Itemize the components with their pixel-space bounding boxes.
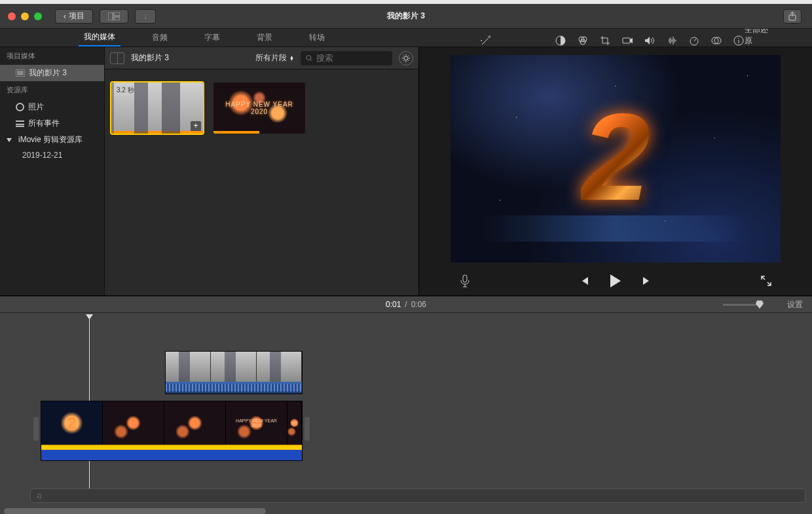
volume-icon[interactable] bbox=[644, 35, 655, 46]
next-frame-button[interactable] bbox=[639, 273, 655, 289]
music-note-icon: ♫ bbox=[36, 491, 42, 500]
horizontal-scrollbar[interactable] bbox=[4, 508, 266, 514]
noise-reduction-icon[interactable] bbox=[666, 35, 678, 46]
window-close-button[interactable] bbox=[8, 12, 16, 20]
info-icon[interactable] bbox=[733, 35, 745, 46]
clip-thumbnail[interactable]: HAPPY NEW YEAR 2020 bbox=[213, 83, 305, 134]
zoom-slider[interactable] bbox=[723, 304, 760, 306]
search-input[interactable] bbox=[316, 53, 387, 63]
add-clip-button[interactable]: + bbox=[191, 121, 201, 132]
updown-arrows-icon: ▲▼ bbox=[289, 56, 294, 61]
background-audio-lane[interactable]: ♫ bbox=[30, 488, 805, 503]
tab-transitions[interactable]: 转场 bbox=[304, 29, 330, 46]
layout-toggle-button[interactable] bbox=[100, 9, 128, 24]
clip-used-bar bbox=[111, 131, 203, 134]
event-date-label: 2019-12-21 bbox=[22, 151, 62, 160]
zoom-track[interactable] bbox=[723, 304, 760, 306]
clip-audio-bar[interactable] bbox=[41, 445, 302, 450]
preview-viewer[interactable]: 2 bbox=[451, 55, 781, 263]
prev-frame-button[interactable] bbox=[576, 273, 592, 289]
speed-icon[interactable] bbox=[688, 35, 700, 46]
sidebar-project-item[interactable]: 我的影片 3 bbox=[0, 65, 104, 81]
microphone-icon bbox=[460, 274, 470, 287]
share-button[interactable] bbox=[783, 9, 802, 24]
sidebar-label: 照片 bbox=[28, 101, 44, 113]
play-icon bbox=[610, 274, 621, 287]
clip-caption: HAPPY NEW YEAR 2020 bbox=[213, 83, 305, 134]
gear-icon bbox=[402, 54, 410, 62]
preview-flare bbox=[483, 215, 747, 242]
preview-controls bbox=[419, 266, 812, 295]
sidebar-item-photos[interactable]: 照片 bbox=[0, 99, 104, 115]
crop-icon[interactable] bbox=[599, 35, 611, 46]
window-minimize-button[interactable] bbox=[21, 12, 29, 20]
time-separator: / bbox=[405, 300, 407, 309]
clip-trim-handle-right[interactable] bbox=[304, 417, 310, 441]
sidebar-label: 所有事件 bbox=[28, 118, 60, 129]
play-button[interactable] bbox=[608, 273, 623, 289]
voiceover-button[interactable] bbox=[457, 273, 473, 289]
disclosure-triangle-icon[interactable] bbox=[7, 138, 12, 142]
clip-filmstrip bbox=[166, 352, 302, 382]
clip-audio-waveform[interactable] bbox=[41, 450, 302, 460]
fullscreen-button[interactable] bbox=[758, 273, 774, 289]
clip-filter-icon[interactable] bbox=[710, 35, 722, 46]
view-mode-toggle[interactable] bbox=[110, 52, 124, 64]
timeline-settings-button[interactable]: 设置 bbox=[787, 299, 803, 310]
frame-thumb: 2 bbox=[41, 401, 103, 445]
media-title: 我的影片 3 bbox=[131, 52, 169, 64]
current-time: 0:01 bbox=[386, 300, 401, 309]
skip-back-icon bbox=[579, 276, 589, 286]
timeline-overlay-clip[interactable] bbox=[165, 351, 303, 394]
expand-icon bbox=[760, 275, 772, 287]
download-arrow-icon: ↓ bbox=[143, 12, 147, 21]
media-toolbar: 我的影片 3 所有片段 ▲▼ bbox=[105, 47, 418, 69]
sidebar-library-root[interactable]: iMovie 剪辑资源库 bbox=[0, 132, 104, 148]
zoom-knob[interactable] bbox=[756, 301, 764, 309]
tab-titles[interactable]: 字幕 bbox=[199, 29, 225, 46]
back-to-projects-button[interactable]: ‹ 项目 bbox=[55, 9, 93, 24]
clip-filter-select[interactable]: 所有片段 ▲▼ bbox=[255, 52, 294, 64]
media-settings-button[interactable] bbox=[399, 51, 413, 65]
magic-wand-icon[interactable] bbox=[480, 35, 492, 46]
frame-thumb: HAPPY NEW YEAR2020 bbox=[226, 401, 287, 445]
svg-rect-0 bbox=[108, 12, 113, 20]
window-title: 我的影片 3 bbox=[387, 10, 425, 22]
stabilization-icon[interactable] bbox=[621, 35, 633, 46]
frame-thumb: NE bbox=[287, 401, 302, 445]
skip-forward-icon bbox=[642, 276, 652, 286]
svg-point-13 bbox=[306, 55, 311, 60]
clapper-icon bbox=[16, 69, 25, 77]
window-zoom-button[interactable] bbox=[34, 12, 42, 20]
color-balance-icon[interactable] bbox=[555, 35, 566, 46]
frame-thumb bbox=[164, 401, 226, 445]
media-tabs: 我的媒体 音频 字幕 背景 转场 bbox=[0, 29, 375, 46]
share-icon bbox=[788, 12, 797, 21]
tab-backgrounds[interactable]: 背景 bbox=[251, 29, 278, 46]
search-icon bbox=[306, 54, 312, 62]
flower-icon bbox=[16, 103, 24, 111]
clip-thumbnails: 3.2 秒 + HAPPY NEW YEAR 2020 bbox=[105, 69, 418, 295]
frame-thumb bbox=[103, 401, 164, 445]
import-button[interactable]: ↓ bbox=[135, 9, 156, 24]
filter-label: 所有片段 bbox=[255, 52, 287, 64]
svg-point-14 bbox=[404, 56, 408, 60]
window-titlebar: ‹ 项目 ↓ 我的影片 3 bbox=[0, 4, 812, 29]
clip-thumbnail[interactable]: 3.2 秒 + bbox=[111, 83, 203, 134]
clip-audio-waveform[interactable] bbox=[166, 382, 302, 394]
chevron-left-icon: ‹ bbox=[64, 12, 66, 21]
layout-icon bbox=[108, 12, 120, 20]
tab-my-media[interactable]: 我的媒体 bbox=[79, 29, 120, 46]
color-correction-icon[interactable] bbox=[577, 35, 589, 46]
search-field[interactable] bbox=[301, 51, 392, 65]
timeline-main-clip[interactable]: 2 HAPPY NEW YEAR2020 NE bbox=[41, 401, 303, 461]
svg-rect-2 bbox=[114, 17, 120, 20]
sidebar-event-item[interactable]: 2019-12-21 bbox=[0, 148, 104, 162]
tab-audio[interactable]: 音频 bbox=[147, 29, 173, 46]
sidebar-item-all-events[interactable]: 所有事件 bbox=[0, 115, 104, 132]
total-time: 0:06 bbox=[411, 300, 426, 309]
project-name-label: 我的影片 3 bbox=[29, 67, 67, 79]
library-sidebar: 项目媒体 我的影片 3 资源库 照片 所有事件 iMovie 剪辑资源库 201… bbox=[0, 47, 105, 295]
timeline[interactable]: 2 HAPPY NEW YEAR2020 NE ♫ bbox=[0, 313, 812, 514]
clip-trim-handle-left[interactable] bbox=[33, 417, 39, 441]
